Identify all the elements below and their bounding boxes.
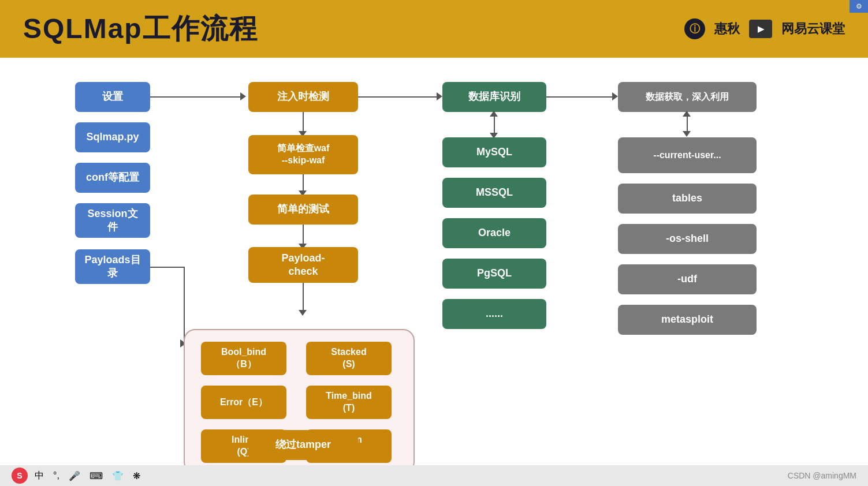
bottom-bar: S 中 °, 🎤 ⌨ 👕 ❋ CSDN @amingMM — [0, 465, 868, 486]
box-db-title: 数据库识别 — [442, 82, 546, 112]
top-right-icon: ⚙ — [850, 0, 868, 13]
arrow-payloads-v — [184, 267, 185, 342]
box-simple-test: 简单的测试 — [248, 195, 358, 225]
box-shezhi: 设置 — [75, 82, 150, 112]
box-mssql: MSSQL — [442, 178, 546, 208]
arrowhead-1 — [240, 92, 246, 100]
box-right-title: 数据获取，深入利用 — [618, 82, 757, 112]
box-bool-bind: Bool_bind （B） — [201, 342, 286, 375]
box-conf: conf等配置 — [75, 163, 150, 193]
box-bypass-tamper: 绕过tamper — [248, 430, 358, 460]
arrowhead-6 — [437, 92, 442, 100]
box-udf: -udf — [618, 264, 757, 294]
arrowhead-7 — [612, 92, 618, 100]
arrow-payloads-h — [150, 267, 184, 268]
box-simple-waf: 简单检查waf --skip-waf — [248, 135, 358, 174]
logo-huiqiu: 惠秋 — [714, 20, 740, 38]
arrow-inject-to-db — [358, 96, 439, 98]
box-payloads: Payloads目 录 — [75, 249, 150, 284]
arrowhead-right-down — [683, 131, 691, 137]
arrow-db-to-right — [546, 96, 614, 98]
box-os-shell: -os-shell — [618, 224, 757, 254]
arrowhead-db-up — [490, 111, 498, 117]
vline-2 — [303, 174, 304, 192]
box-db-more: ...... — [442, 299, 546, 329]
btn-grid[interactable]: ❋ — [131, 469, 143, 483]
btn-clothes[interactable]: 👕 — [110, 469, 126, 483]
vline-4 — [303, 283, 304, 312]
netease-icon: ▶ — [749, 20, 772, 38]
box-sqlmap: Sqlmap.py — [75, 122, 150, 152]
page-title: SQLMap工作流程 — [23, 10, 258, 47]
box-mysql: MySQL — [442, 137, 546, 167]
arrowhead-5 — [299, 310, 307, 316]
box-pgsql: PgSQL — [442, 259, 546, 289]
box-time-bind: Time_bind (T) — [306, 386, 392, 419]
watermark: CSDN @amingMM — [788, 471, 856, 480]
box-payload-check: Payload- check — [248, 247, 358, 283]
vline-3 — [303, 225, 304, 245]
main-content: 设置 Sqlmap.py conf等配置 Session文 件 Payloads… — [0, 58, 868, 486]
logo-icon: ⓘ — [684, 18, 705, 39]
box-error: Error（E） — [201, 386, 286, 419]
box-tables: tables — [618, 184, 757, 214]
btn-period[interactable]: °, — [51, 469, 62, 482]
btn-keyboard[interactable]: ⌨ — [87, 469, 105, 483]
box-stacked: Stacked (S) — [306, 342, 392, 375]
btn-chinese[interactable]: 中 — [32, 469, 46, 483]
header-logo: ⓘ 惠秋 ▶ 网易云课堂 — [684, 18, 845, 39]
input-toolbar: S 中 °, 🎤 ⌨ 👕 ❋ — [12, 468, 143, 484]
logo-netease: 网易云课堂 — [781, 20, 845, 38]
btn-mic[interactable]: 🎤 — [66, 469, 83, 483]
box-current-user: --current-user... — [618, 137, 757, 173]
input-method-logo: S — [12, 468, 28, 484]
arrowhead-right-up — [683, 111, 691, 117]
box-metasploit: metasploit — [618, 305, 757, 335]
arrow-shezhi-to-inject — [150, 96, 243, 98]
vline-1 — [303, 112, 304, 133]
header: SQLMap工作流程 ⓘ 惠秋 ▶ 网易云课堂 — [0, 0, 868, 58]
box-inject-detect: 注入时检测 — [248, 82, 358, 112]
box-session: Session文 件 — [75, 203, 150, 238]
box-oracle: Oracle — [442, 218, 546, 248]
